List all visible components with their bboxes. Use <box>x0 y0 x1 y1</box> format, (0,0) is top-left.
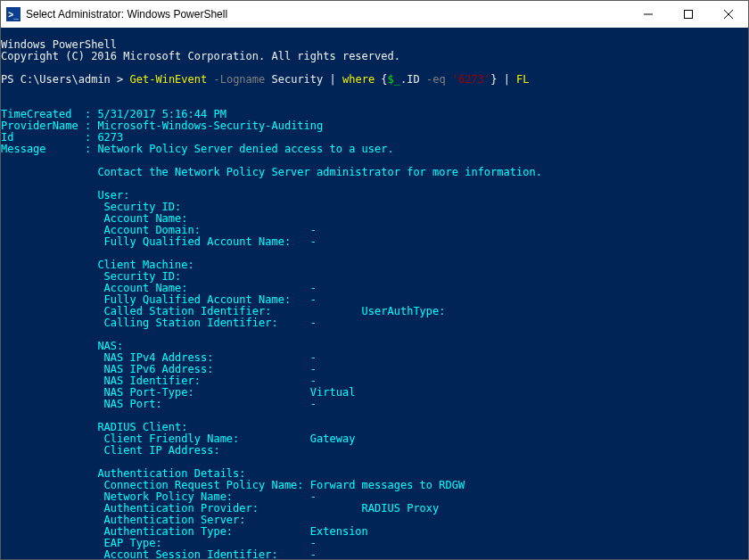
user-account-domain: Account Domain: - <box>97 224 317 236</box>
user-account-name: Account Name: <box>97 212 187 225</box>
val-timecreated: 5/31/2017 5:16:44 PM <box>97 108 226 120</box>
radius-friendly: Client Friendly Name: Gateway <box>97 432 355 445</box>
auth-provider: Authentication Provider: RADIUS Proxy <box>97 502 439 515</box>
dot-id: .ID <box>400 73 420 86</box>
lbl-timecreated: TimeCreated <box>1 108 78 120</box>
param-logname: -Logname <box>207 73 265 86</box>
nas-identifier: NAS Identifier: - <box>97 375 317 387</box>
section-auth: Authentication Details: <box>97 467 245 480</box>
client-account-name: Account Name: - <box>97 282 317 294</box>
maximize-button[interactable] <box>668 1 708 28</box>
client-calling-station: Calling Station Identifier: - <box>97 317 317 329</box>
auth-server: Authentication Server: <box>97 514 245 526</box>
val-message2: Contact the Network Policy Server admini… <box>97 166 542 178</box>
terminal-output: Windows PowerShell Copyright (C) 2016 Mi… <box>1 39 748 559</box>
auth-eap: EAP Type: - <box>97 537 317 549</box>
nas-port: NAS Port: - <box>97 398 317 410</box>
header-line2: Copyright (C) 2016 Microsoft Corporation… <box>1 50 400 62</box>
nas-ipv4: NAS IPv4 Address: - <box>97 351 317 364</box>
nas-ipv6: NAS IPv6 Address: - <box>97 363 317 375</box>
auth-conn-req: Connection Request Policy Name: Forward … <box>97 479 465 491</box>
radius-ip: Client IP Address: <box>97 444 219 457</box>
svg-rect-1 <box>684 11 692 19</box>
lbl-providername: ProviderName <box>1 119 78 132</box>
prompt-ps: PS <box>1 73 13 86</box>
section-radius: RADIUS Client: <box>97 421 187 433</box>
pipe2: | <box>497 73 516 86</box>
header-line1: Windows PowerShell <box>1 38 117 51</box>
cmdlet-fl: FL <box>516 73 529 86</box>
lbl-message: Message <box>1 143 78 155</box>
section-user: User: <box>97 189 129 202</box>
section-nas: NAS: <box>97 340 123 352</box>
close-button[interactable] <box>708 1 748 28</box>
dollar-underscore: $_ <box>388 73 400 86</box>
prompt-gt: > <box>111 73 130 86</box>
nas-port-type: NAS Port-Type: Virtual <box>97 386 355 399</box>
cmdlet-where: where <box>342 73 374 86</box>
val-id: 6273 <box>97 131 123 144</box>
val-message1: Network Policy Server denied access to a… <box>97 143 393 155</box>
powershell-icon: >_ <box>6 7 21 21</box>
arg-security: Security <box>265 73 323 86</box>
val-providername: Microsoft-Windows-Security-Auditing <box>97 119 323 132</box>
op-eq: -eq <box>420 73 446 86</box>
client-security-id: Security ID: <box>97 270 181 283</box>
minimize-button[interactable] <box>628 1 668 28</box>
window-title: Select Administrator: Windows PowerShell <box>26 8 628 21</box>
pipe1: | <box>323 73 342 86</box>
window-controls <box>628 1 748 28</box>
cmdlet-getwinevent: Get-WinEvent <box>130 73 208 86</box>
auth-net-policy: Network Policy Name: - <box>97 490 317 503</box>
brace-open: { <box>374 73 387 86</box>
titlebar[interactable]: >_ Select Administrator: Windows PowerSh… <box>1 1 748 28</box>
auth-type: Authentication Type: Extension <box>97 525 367 538</box>
user-fq-account-name: Fully Qualified Account Name: - <box>97 235 317 248</box>
val-6273: '6273' <box>446 73 491 86</box>
client-called-station: Called Station Identifier: UserAuthType: <box>97 305 445 317</box>
user-security-id: Security ID: <box>97 201 181 213</box>
powershell-window: >_ Select Administrator: Windows PowerSh… <box>0 0 749 560</box>
lbl-id: Id <box>1 131 78 144</box>
prompt-path: C:\Users\admin <box>21 73 111 86</box>
auth-session: Account Session Identifier: - <box>97 548 317 559</box>
terminal-body[interactable]: Windows PowerShell Copyright (C) 2016 Mi… <box>1 28 748 559</box>
client-fq-account-name: Fully Qualified Account Name: - <box>97 293 317 306</box>
section-client: Client Machine: <box>97 259 193 271</box>
